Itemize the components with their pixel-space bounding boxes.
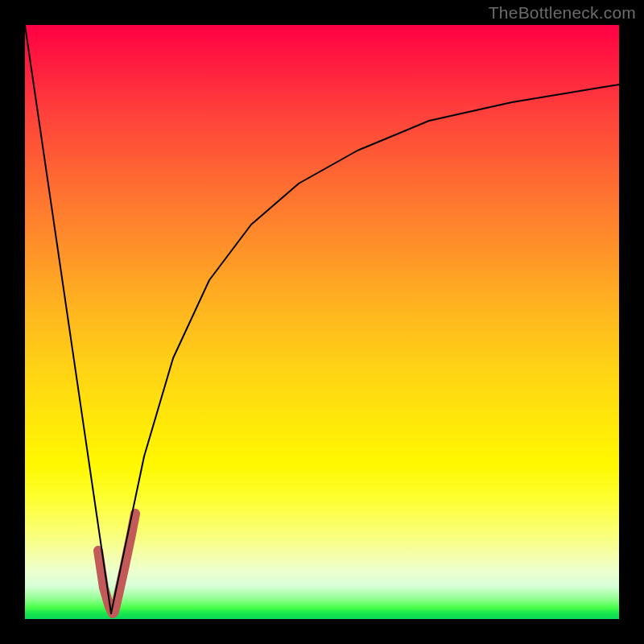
- chart-frame: TheBottleneck.com: [0, 0, 644, 644]
- watermark-text: TheBottleneck.com: [489, 3, 636, 23]
- curve-layer: [25, 25, 619, 619]
- plot-area: [25, 25, 619, 619]
- curve-right-branch: [111, 85, 619, 613]
- curve-left-branch: [25, 25, 111, 613]
